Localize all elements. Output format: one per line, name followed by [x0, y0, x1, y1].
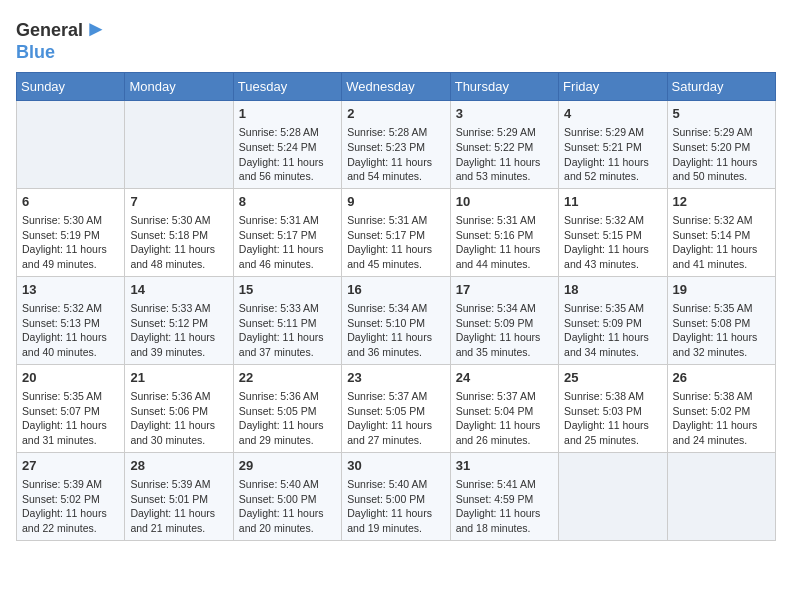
day-number: 2: [347, 105, 444, 123]
day-number: 23: [347, 369, 444, 387]
day-info: Sunrise: 5:39 AM Sunset: 5:02 PM Dayligh…: [22, 477, 119, 536]
day-number: 20: [22, 369, 119, 387]
day-number: 15: [239, 281, 336, 299]
calendar-cell: 11Sunrise: 5:32 AM Sunset: 5:15 PM Dayli…: [559, 188, 667, 276]
day-info: Sunrise: 5:32 AM Sunset: 5:14 PM Dayligh…: [673, 213, 770, 272]
calendar-cell: 17Sunrise: 5:34 AM Sunset: 5:09 PM Dayli…: [450, 276, 558, 364]
weekday-header-sunday: Sunday: [17, 72, 125, 100]
logo-text: General► Blue: [16, 16, 107, 64]
day-number: 21: [130, 369, 227, 387]
day-info: Sunrise: 5:34 AM Sunset: 5:09 PM Dayligh…: [456, 301, 553, 360]
calendar-cell: 15Sunrise: 5:33 AM Sunset: 5:11 PM Dayli…: [233, 276, 341, 364]
day-number: 8: [239, 193, 336, 211]
day-number: 22: [239, 369, 336, 387]
calendar-cell: 4Sunrise: 5:29 AM Sunset: 5:21 PM Daylig…: [559, 100, 667, 188]
day-info: Sunrise: 5:28 AM Sunset: 5:23 PM Dayligh…: [347, 125, 444, 184]
day-number: 28: [130, 457, 227, 475]
day-number: 14: [130, 281, 227, 299]
logo: General► Blue: [16, 16, 107, 64]
day-info: Sunrise: 5:39 AM Sunset: 5:01 PM Dayligh…: [130, 477, 227, 536]
day-number: 16: [347, 281, 444, 299]
calendar-cell: 2Sunrise: 5:28 AM Sunset: 5:23 PM Daylig…: [342, 100, 450, 188]
day-info: Sunrise: 5:41 AM Sunset: 4:59 PM Dayligh…: [456, 477, 553, 536]
day-info: Sunrise: 5:32 AM Sunset: 5:13 PM Dayligh…: [22, 301, 119, 360]
calendar-cell: [667, 452, 775, 540]
calendar-cell: 18Sunrise: 5:35 AM Sunset: 5:09 PM Dayli…: [559, 276, 667, 364]
weekday-header-saturday: Saturday: [667, 72, 775, 100]
day-info: Sunrise: 5:29 AM Sunset: 5:20 PM Dayligh…: [673, 125, 770, 184]
day-info: Sunrise: 5:31 AM Sunset: 5:16 PM Dayligh…: [456, 213, 553, 272]
calendar-cell: 23Sunrise: 5:37 AM Sunset: 5:05 PM Dayli…: [342, 364, 450, 452]
day-number: 30: [347, 457, 444, 475]
day-info: Sunrise: 5:35 AM Sunset: 5:08 PM Dayligh…: [673, 301, 770, 360]
page-header: General► Blue: [16, 16, 776, 64]
day-number: 5: [673, 105, 770, 123]
calendar-cell: 31Sunrise: 5:41 AM Sunset: 4:59 PM Dayli…: [450, 452, 558, 540]
day-info: Sunrise: 5:36 AM Sunset: 5:05 PM Dayligh…: [239, 389, 336, 448]
day-number: 24: [456, 369, 553, 387]
day-number: 13: [22, 281, 119, 299]
day-number: 3: [456, 105, 553, 123]
weekday-header-monday: Monday: [125, 72, 233, 100]
day-number: 29: [239, 457, 336, 475]
calendar-cell: 1Sunrise: 5:28 AM Sunset: 5:24 PM Daylig…: [233, 100, 341, 188]
calendar-cell: 5Sunrise: 5:29 AM Sunset: 5:20 PM Daylig…: [667, 100, 775, 188]
day-info: Sunrise: 5:31 AM Sunset: 5:17 PM Dayligh…: [347, 213, 444, 272]
calendar-cell: 19Sunrise: 5:35 AM Sunset: 5:08 PM Dayli…: [667, 276, 775, 364]
calendar-cell: [125, 100, 233, 188]
calendar-cell: 12Sunrise: 5:32 AM Sunset: 5:14 PM Dayli…: [667, 188, 775, 276]
calendar-cell: 16Sunrise: 5:34 AM Sunset: 5:10 PM Dayli…: [342, 276, 450, 364]
calendar-cell: 14Sunrise: 5:33 AM Sunset: 5:12 PM Dayli…: [125, 276, 233, 364]
calendar-cell: 21Sunrise: 5:36 AM Sunset: 5:06 PM Dayli…: [125, 364, 233, 452]
calendar-cell: 8Sunrise: 5:31 AM Sunset: 5:17 PM Daylig…: [233, 188, 341, 276]
day-number: 27: [22, 457, 119, 475]
day-number: 25: [564, 369, 661, 387]
day-info: Sunrise: 5:33 AM Sunset: 5:11 PM Dayligh…: [239, 301, 336, 360]
day-info: Sunrise: 5:35 AM Sunset: 5:09 PM Dayligh…: [564, 301, 661, 360]
day-info: Sunrise: 5:37 AM Sunset: 5:04 PM Dayligh…: [456, 389, 553, 448]
calendar-cell: 29Sunrise: 5:40 AM Sunset: 5:00 PM Dayli…: [233, 452, 341, 540]
day-info: Sunrise: 5:38 AM Sunset: 5:03 PM Dayligh…: [564, 389, 661, 448]
day-info: Sunrise: 5:37 AM Sunset: 5:05 PM Dayligh…: [347, 389, 444, 448]
calendar-cell: 25Sunrise: 5:38 AM Sunset: 5:03 PM Dayli…: [559, 364, 667, 452]
day-number: 31: [456, 457, 553, 475]
calendar-cell: 24Sunrise: 5:37 AM Sunset: 5:04 PM Dayli…: [450, 364, 558, 452]
calendar-cell: 7Sunrise: 5:30 AM Sunset: 5:18 PM Daylig…: [125, 188, 233, 276]
day-number: 26: [673, 369, 770, 387]
day-info: Sunrise: 5:34 AM Sunset: 5:10 PM Dayligh…: [347, 301, 444, 360]
day-number: 9: [347, 193, 444, 211]
day-info: Sunrise: 5:30 AM Sunset: 5:18 PM Dayligh…: [130, 213, 227, 272]
day-info: Sunrise: 5:31 AM Sunset: 5:17 PM Dayligh…: [239, 213, 336, 272]
calendar-cell: 9Sunrise: 5:31 AM Sunset: 5:17 PM Daylig…: [342, 188, 450, 276]
weekday-header-thursday: Thursday: [450, 72, 558, 100]
calendar-cell: 27Sunrise: 5:39 AM Sunset: 5:02 PM Dayli…: [17, 452, 125, 540]
day-number: 17: [456, 281, 553, 299]
day-number: 11: [564, 193, 661, 211]
day-number: 7: [130, 193, 227, 211]
day-info: Sunrise: 5:33 AM Sunset: 5:12 PM Dayligh…: [130, 301, 227, 360]
day-info: Sunrise: 5:28 AM Sunset: 5:24 PM Dayligh…: [239, 125, 336, 184]
day-number: 1: [239, 105, 336, 123]
day-info: Sunrise: 5:40 AM Sunset: 5:00 PM Dayligh…: [347, 477, 444, 536]
day-info: Sunrise: 5:30 AM Sunset: 5:19 PM Dayligh…: [22, 213, 119, 272]
day-info: Sunrise: 5:36 AM Sunset: 5:06 PM Dayligh…: [130, 389, 227, 448]
day-number: 19: [673, 281, 770, 299]
calendar-cell: 6Sunrise: 5:30 AM Sunset: 5:19 PM Daylig…: [17, 188, 125, 276]
calendar-cell: 26Sunrise: 5:38 AM Sunset: 5:02 PM Dayli…: [667, 364, 775, 452]
calendar-cell: 20Sunrise: 5:35 AM Sunset: 5:07 PM Dayli…: [17, 364, 125, 452]
calendar-cell: 3Sunrise: 5:29 AM Sunset: 5:22 PM Daylig…: [450, 100, 558, 188]
day-info: Sunrise: 5:29 AM Sunset: 5:22 PM Dayligh…: [456, 125, 553, 184]
day-info: Sunrise: 5:35 AM Sunset: 5:07 PM Dayligh…: [22, 389, 119, 448]
day-number: 10: [456, 193, 553, 211]
weekday-header-wednesday: Wednesday: [342, 72, 450, 100]
calendar-cell: 10Sunrise: 5:31 AM Sunset: 5:16 PM Dayli…: [450, 188, 558, 276]
day-number: 12: [673, 193, 770, 211]
calendar-table: SundayMondayTuesdayWednesdayThursdayFrid…: [16, 72, 776, 541]
day-info: Sunrise: 5:40 AM Sunset: 5:00 PM Dayligh…: [239, 477, 336, 536]
day-info: Sunrise: 5:29 AM Sunset: 5:21 PM Dayligh…: [564, 125, 661, 184]
calendar-cell: [17, 100, 125, 188]
weekday-header-friday: Friday: [559, 72, 667, 100]
calendar-cell: 28Sunrise: 5:39 AM Sunset: 5:01 PM Dayli…: [125, 452, 233, 540]
day-info: Sunrise: 5:38 AM Sunset: 5:02 PM Dayligh…: [673, 389, 770, 448]
calendar-cell: 13Sunrise: 5:32 AM Sunset: 5:13 PM Dayli…: [17, 276, 125, 364]
